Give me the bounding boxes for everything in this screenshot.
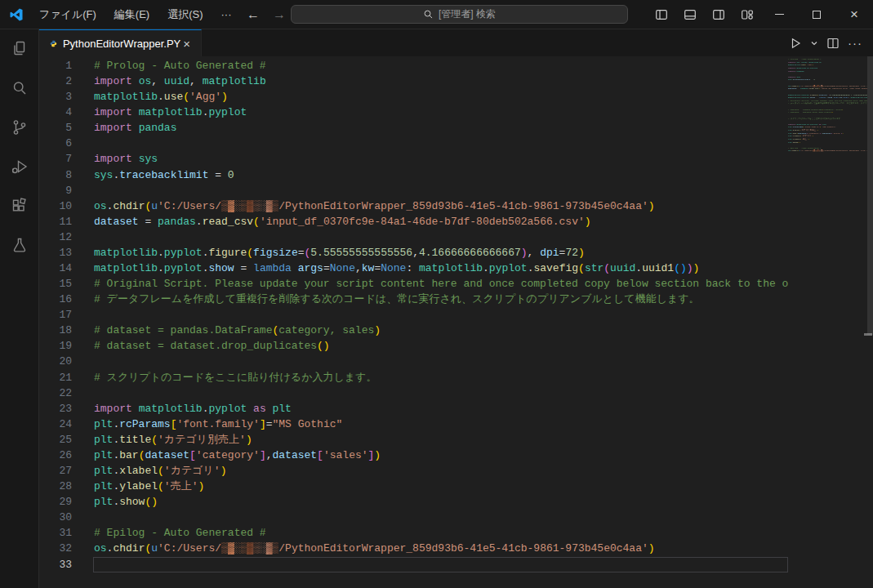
code-line[interactable]: 18# dataset = pandas.DataFrame(category,… <box>39 323 788 338</box>
code-line[interactable]: 23import matplotlib.pyplot as plt <box>39 401 788 416</box>
line-number[interactable]: 15 <box>39 276 72 292</box>
code-line[interactable]: 7import sys <box>39 151 788 167</box>
line-number[interactable]: 21 <box>39 370 72 385</box>
line-number[interactable]: 28 <box>39 479 72 494</box>
line-number[interactable]: 27 <box>39 463 72 479</box>
go-back-icon[interactable]: ← <box>247 7 260 22</box>
code-line[interactable]: 28plt.ylabel('売上') <box>39 479 788 494</box>
code-line[interactable]: 11dataset = pandas.read_csv('input_df_03… <box>39 214 788 229</box>
split-editor-icon[interactable] <box>824 33 842 53</box>
code-line[interactable]: 14matplotlib.pyplot.show = lambda args=N… <box>39 261 788 276</box>
code-line[interactable]: 4import matplotlib.pyplot <box>39 105 788 120</box>
minimap[interactable]: # Prolog - Auto Generated #import os, uu… <box>788 58 867 581</box>
line-number[interactable]: 3 <box>39 89 72 105</box>
code-line[interactable]: 10os.chdir(u'C:/Users/▒▓░▒▓▒░▓▒/PythonEd… <box>39 198 788 214</box>
line-number[interactable]: 13 <box>39 245 72 261</box>
code-line[interactable]: 20 <box>39 354 788 369</box>
editor-pane[interactable]: 1# Prolog - Auto Generated #2import os, … <box>39 56 873 588</box>
testing-icon[interactable] <box>0 225 39 265</box>
code-line[interactable]: 21# スクリプトのコードをここに貼り付けるか入力します。 <box>39 370 788 385</box>
line-number[interactable]: 26 <box>39 448 72 463</box>
line-number[interactable]: 18 <box>39 323 72 338</box>
line-number[interactable]: 22 <box>39 385 72 401</box>
code-line[interactable]: 17 <box>39 307 788 323</box>
code-line[interactable]: 1# Prolog - Auto Generated # <box>39 58 788 74</box>
line-number[interactable]: 30 <box>39 510 72 525</box>
code-line[interactable]: 22 <box>39 385 788 401</box>
code-line[interactable]: 24plt.rcParams['font.family']="MS Gothic… <box>39 416 788 432</box>
line-number[interactable]: 5 <box>39 120 72 136</box>
code-line[interactable]: 5import pandas <box>39 120 788 136</box>
line-number[interactable]: 29 <box>39 494 72 510</box>
code-line[interactable]: 31# Epilog - Auto Generated # <box>39 525 788 541</box>
menu-selection[interactable]: 選択(S) <box>160 4 210 25</box>
customize-layout-icon[interactable] <box>736 4 759 25</box>
line-number[interactable]: 10 <box>39 198 72 214</box>
tab-label: PythonEditorWrapper.PY <box>63 38 180 50</box>
run-icon[interactable] <box>786 33 804 53</box>
line-number[interactable]: 31 <box>39 525 72 541</box>
line-number[interactable]: 24 <box>39 416 72 432</box>
line-number[interactable]: 9 <box>39 183 72 198</box>
code-line[interactable]: 3matplotlib.use('Agg') <box>39 89 788 105</box>
more-actions-icon[interactable]: ··· <box>845 33 865 53</box>
run-dropdown-chevron-icon[interactable] <box>808 33 821 53</box>
run-debug-icon[interactable] <box>0 147 39 186</box>
code-text <box>94 385 788 401</box>
go-forward-icon[interactable]: → <box>273 7 286 22</box>
maximize-icon[interactable] <box>798 0 835 29</box>
code-line[interactable]: 30 <box>39 510 788 525</box>
code-line[interactable]: 6 <box>39 136 788 151</box>
code-line[interactable]: 15# Original Script. Please update your … <box>39 276 788 292</box>
extensions-icon[interactable] <box>0 186 39 225</box>
code-line[interactable]: 25plt.title('カテゴリ別売上') <box>39 432 788 448</box>
code-line[interactable]: 32os.chdir(u'C:/Users/▒▓░▒▓▒░▓▒/PythonEd… <box>39 541 788 556</box>
code-line[interactable]: 33 <box>39 557 788 572</box>
line-number[interactable]: 7 <box>39 151 72 167</box>
tab-close-icon[interactable]: × <box>180 37 193 51</box>
code-line[interactable]: 26plt.bar(dataset['category'],dataset['s… <box>39 448 788 463</box>
line-number[interactable]: 25 <box>39 432 72 448</box>
line-number[interactable]: 6 <box>39 136 72 151</box>
menu-edit[interactable]: 編集(E) <box>107 4 157 25</box>
line-number[interactable]: 20 <box>39 354 72 369</box>
code-line[interactable]: 2import os, uuid, matplotlib <box>39 74 788 89</box>
code-area[interactable]: 1# Prolog - Auto Generated #2import os, … <box>39 58 788 572</box>
line-number[interactable]: 23 <box>39 401 72 416</box>
search-icon[interactable] <box>0 69 39 108</box>
line-number[interactable]: 32 <box>39 541 72 556</box>
line-number[interactable]: 4 <box>39 105 72 120</box>
line-number[interactable]: 19 <box>39 338 72 354</box>
code-line[interactable]: 29plt.show() <box>39 494 788 510</box>
line-number[interactable]: 14 <box>39 261 72 276</box>
line-number[interactable]: 8 <box>39 167 72 183</box>
tab-pythoneditorwrapper[interactable]: PythonEditorWrapper.PY × <box>39 29 202 56</box>
code-line[interactable]: 16# データフレームを作成して重複行を削除する次のコードは、常に実行され、スク… <box>39 292 788 307</box>
search-command-center[interactable]: [管理者] 検索 <box>291 5 628 24</box>
close-icon[interactable]: × <box>835 0 873 29</box>
toggle-primary-sidebar-icon[interactable] <box>650 4 673 25</box>
toggle-panel-icon[interactable] <box>679 4 702 25</box>
code-line[interactable]: 12 <box>39 229 788 245</box>
code-text: dataset = pandas.read_csv('input_df_0370… <box>94 214 788 229</box>
code-text <box>94 354 788 369</box>
line-number[interactable]: 33 <box>39 557 72 572</box>
code-line[interactable]: 13matplotlib.pyplot.figure(figsize=(5.55… <box>39 245 788 261</box>
line-number[interactable]: 11 <box>39 214 72 229</box>
line-number[interactable]: 17 <box>39 307 72 323</box>
code-line[interactable]: 19# dataset = dataset.drop_duplicates() <box>39 338 788 354</box>
code-line[interactable]: 27plt.xlabel('カテゴリ') <box>39 463 788 479</box>
line-number[interactable]: 12 <box>39 229 72 245</box>
menu-file[interactable]: ファイル(F) <box>32 4 104 25</box>
line-number[interactable]: 2 <box>39 74 72 89</box>
minimize-icon[interactable] <box>760 0 798 29</box>
vertical-scrollbar[interactable] <box>867 56 873 335</box>
code-line[interactable]: 9 <box>39 183 788 198</box>
source-control-icon[interactable] <box>0 108 39 147</box>
menu-overflow-ellipsis[interactable]: ··· <box>214 5 239 24</box>
explorer-icon[interactable] <box>0 29 39 69</box>
line-number[interactable]: 16 <box>39 292 72 307</box>
line-number[interactable]: 1 <box>39 58 72 74</box>
toggle-secondary-sidebar-icon[interactable] <box>707 4 730 25</box>
code-line[interactable]: 8sys.tracebacklimit = 0 <box>39 167 788 183</box>
